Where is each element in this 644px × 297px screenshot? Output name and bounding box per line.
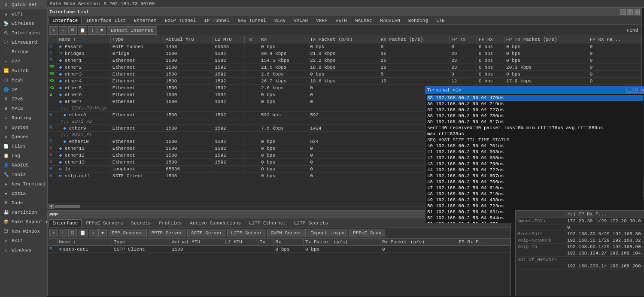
- ppp-col-tx[interactable]: Tx: [258, 239, 273, 246]
- tab-eoip-tunnel[interactable]: EoIP Tunnel: [161, 17, 200, 24]
- tab-macvlan[interactable]: MACVLAN: [377, 17, 404, 24]
- sidebar-item-queues[interactable]: ≡ Queues: [0, 132, 47, 142]
- ppp-col-flags[interactable]: [48, 239, 57, 246]
- ppp-tab-pppoe-servers[interactable]: PPPoE Servers: [82, 219, 127, 227]
- table-row[interactable]: R ⬚ bridge1 Bridge 1500 1592 30.9 kbps 2…: [48, 50, 641, 57]
- terminal-maximize-button[interactable]: □: [633, 88, 639, 93]
- pptp-server-button[interactable]: PPTP Server: [148, 229, 187, 237]
- sidebar-item-exit[interactable]: ✕ Exit: [0, 236, 47, 245]
- ovpn-server-button[interactable]: OVPN Server: [267, 229, 306, 237]
- sidebar-item-log[interactable]: 📋 Log: [0, 151, 47, 161]
- col-type[interactable]: Type: [110, 36, 164, 43]
- sidebar-item-routing[interactable]: ↗ Routing: [0, 113, 47, 123]
- sidebar-item-ipv6[interactable]: 6 IPv6: [0, 94, 47, 104]
- terminal-titlebar[interactable]: Terminal <1> _ □ ✕: [425, 86, 644, 94]
- sidebar-item-make-supout[interactable]: 📦 Make Supout.rif: [0, 217, 47, 227]
- table-row[interactable]: 192.168.104.2/ 192.168.104.0 Pasard: [516, 250, 644, 257]
- detect-internet-button[interactable]: Detect Internet: [107, 26, 157, 35]
- col-rx[interactable]: Rx: [259, 36, 308, 43]
- copy-button[interactable]: ⧉: [68, 26, 77, 35]
- col-actual-mtu[interactable]: Actual MTU: [164, 36, 213, 43]
- ppp-col-fp-rx-p[interactable]: FP Rx P...: [457, 239, 510, 246]
- table-row[interactable]: RS ◆ ether3 Ethernet 1500 1592 2.6 kbps …: [48, 71, 641, 78]
- ppp-tab-secrets[interactable]: Secrets: [127, 219, 155, 227]
- tab-bonding[interactable]: Bonding: [404, 17, 432, 24]
- ppp-copy-button[interactable]: ⧉: [68, 229, 77, 237]
- tab-vxlan[interactable]: VXLAN: [290, 17, 312, 24]
- pppoe-scan-button[interactable]: PPPoE Scan: [349, 229, 385, 237]
- ppp-paste-button[interactable]: 📋: [78, 229, 88, 237]
- ppp-tab-profiles[interactable]: Profiles: [155, 219, 185, 227]
- tab-vrrp[interactable]: VRRP: [312, 17, 331, 24]
- ppp-scanner-button[interactable]: PPP Scanner: [108, 229, 147, 237]
- ppp-filter-button[interactable]: ▼: [98, 229, 107, 237]
- table-row[interactable]: R ⊕ Pasard EoIP Tunnel 1458 65535 0 bps …: [48, 43, 641, 50]
- tab-interface-list[interactable]: Interface List: [82, 17, 129, 24]
- sidebar-item-wifi[interactable]: ▲ WiFi: [0, 9, 47, 19]
- table-row[interactable]: 0: [516, 224, 644, 231]
- col-rx-pps[interactable]: Rx Packet (p/s): [379, 36, 449, 43]
- sidebar-item-system[interactable]: ⚙ System: [0, 123, 47, 132]
- import-ovpn-button[interactable]: Import .ovpn: [307, 229, 348, 237]
- table-row[interactable]: RS ◆ ether2 Ethernet 1500 1592 21.5 kbps…: [48, 64, 641, 71]
- ppp-tab-l2tp-secrets[interactable]: L2TP Secrets: [290, 219, 332, 227]
- col-fp-rx-pa[interactable]: FP Rx Pa...: [588, 36, 641, 43]
- add-button[interactable]: +: [49, 26, 58, 35]
- table-row[interactable]: Out_of_Network: [516, 257, 644, 263]
- sidebar-item-wireguard[interactable]: 🛡 WireGuard: [0, 38, 47, 47]
- table-row[interactable]: Voip-In 192.168.60.1/29 192.168.60.0 eth…: [516, 244, 644, 250]
- route-col-label[interactable]: [516, 211, 565, 218]
- ppp-tab-l2tp-ethernet[interactable]: L2TP Ethernet: [245, 219, 290, 227]
- sidebar-item-ppp[interactable]: ↔ PPP: [0, 57, 47, 66]
- col-tx-pps[interactable]: Tx Packet (p/s): [308, 36, 379, 43]
- sidebar-item-quick-set[interactable]: ⚙ Quick Set: [0, 0, 47, 9]
- sidebar-item-new-winbox[interactable]: 🗔 New WinBox: [0, 227, 47, 236]
- terminal-close-button[interactable]: ✕: [640, 88, 644, 93]
- tab-gre-tunnel[interactable]: GRE Tunnel: [234, 17, 270, 24]
- col-fp-tx-pps[interactable]: FP Tx Packet (p/s): [504, 36, 588, 43]
- table-row[interactable]: 192.168.200.1/ 192.168.200.0 bridge1: [516, 263, 644, 270]
- col-tx[interactable]: Tx: [245, 36, 259, 43]
- interface-list-titlebar[interactable]: Interface List _ □ ✕: [48, 8, 641, 16]
- sidebar-item-radius[interactable]: 👤 RADIUS: [0, 161, 47, 170]
- sort-button[interactable]: ↕: [88, 26, 97, 35]
- ppp-col-name[interactable]: Name ↑: [57, 239, 112, 246]
- col-flags[interactable]: [48, 36, 57, 43]
- tab-macsec[interactable]: MACsec: [351, 17, 376, 24]
- ppp-col-l2-mtu[interactable]: L2 MTU: [223, 239, 258, 246]
- paste-button[interactable]: 📋: [78, 26, 87, 35]
- ppp-remove-button[interactable]: −: [59, 229, 67, 237]
- filter-button[interactable]: ▼: [97, 26, 106, 35]
- window-minimize-button[interactable]: _: [620, 9, 626, 15]
- ppp-add-button[interactable]: +: [49, 229, 58, 237]
- sidebar-item-files[interactable]: 📄 Files: [0, 142, 47, 151]
- tab-lte[interactable]: LTE: [432, 17, 449, 24]
- ppp-col-tx-pps[interactable]: Tx Packet (p/s): [304, 239, 380, 246]
- scroll-left-button[interactable]: ◀: [49, 204, 54, 209]
- tab-ethernet[interactable]: Ethernet: [130, 17, 161, 24]
- sidebar-item-bridge[interactable]: ⬚ Bridge: [0, 47, 47, 57]
- ppp-table-wrapper[interactable]: Name ↑ Type Actual MTU L2 MTU Tx Rx Tx P…: [48, 239, 510, 296]
- sidebar-item-dot1x[interactable]: ● Dot1X: [0, 189, 47, 198]
- l2tp-server-button[interactable]: L2TP Server: [227, 229, 266, 237]
- sidebar-item-windows[interactable]: ⊞ Windows: [0, 245, 47, 255]
- sidebar-item-wireless[interactable]: 📡 Wireless: [0, 19, 47, 28]
- sidebar-item-tools[interactable]: 🔧 Tools: [0, 170, 47, 179]
- col-name[interactable]: Name ↑: [57, 36, 110, 43]
- sidebar-item-ip[interactable]: 🌐 IP: [0, 85, 47, 94]
- tab-interface[interactable]: Interface: [49, 17, 82, 24]
- table-row[interactable]: MicroSoft 192.168.30.6/29 192.168.30.0 e…: [516, 231, 644, 237]
- table-row[interactable]: Voip-Network 192.168.32.1/29 192.168.32.…: [516, 237, 644, 244]
- window-maximize-button[interactable]: □: [627, 9, 633, 15]
- ppp-col-actual-mtu[interactable]: Actual MTU: [170, 239, 223, 246]
- table-row[interactable]: Vmnet-ESXi 172.20.30.1/29 172.20.30.0 et…: [516, 218, 644, 224]
- ppp-col-type[interactable]: Type: [112, 239, 170, 246]
- col-fp-tx[interactable]: FP Tx: [450, 36, 477, 43]
- remove-button[interactable]: −: [59, 26, 67, 35]
- tab-veth[interactable]: VETH: [332, 17, 351, 24]
- terminal-minimize-button[interactable]: _: [626, 88, 632, 93]
- tab-ip-tunnel[interactable]: IP Tunnel: [200, 17, 233, 24]
- tab-vlan[interactable]: VLAN: [270, 17, 289, 24]
- ppp-sort-button[interactable]: ↕: [89, 229, 97, 237]
- sidebar-item-interfaces[interactable]: 🔌 Interfaces: [0, 28, 47, 38]
